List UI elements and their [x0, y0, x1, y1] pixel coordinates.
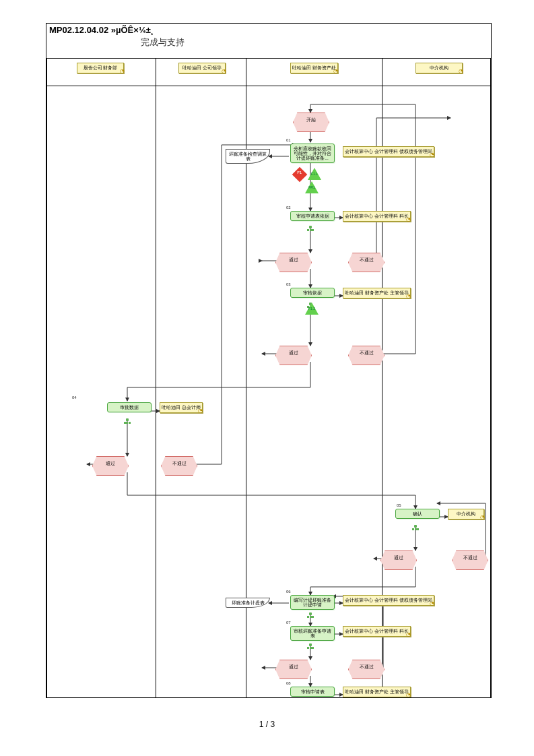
- step-number: 06: [286, 590, 291, 594]
- step-number: 07: [286, 621, 291, 625]
- step-07: 审核坏账准备申请表: [290, 626, 335, 641]
- decision-fail: 不通过: [161, 456, 197, 476]
- lane-label-3: 吐哈油田 财务资产处◔: [290, 63, 338, 73]
- step-number: 02: [286, 206, 291, 210]
- doc-code: MP02.12.04.02 »µÕÊ×¼±¸: [46, 24, 491, 36]
- decision-pass: 通过: [380, 550, 417, 570]
- step-number: 04: [72, 396, 77, 400]
- step-07-org: 会计核算中心 会计管理科 科长◔: [343, 626, 411, 637]
- step-01-document: 坏账准备检查调算表: [226, 149, 270, 164]
- decision-pass: 通过: [275, 253, 312, 272]
- step-04-org: 吐哈油田 总会计师◔: [160, 402, 203, 413]
- step-02-org: 会计核算中心 会计管理科 科长◔: [343, 211, 411, 222]
- step-05: 确认: [395, 509, 440, 519]
- step-04: 审批数据: [107, 402, 152, 412]
- step-05-org: 中介机构◔: [448, 509, 484, 519]
- step-number: 01: [286, 138, 291, 142]
- doc-subtitle: 完成与支持: [46, 36, 491, 49]
- decision-fail: 不通过: [452, 550, 488, 570]
- decision-fail: 不通过: [348, 346, 385, 365]
- decision-fail: 不通过: [348, 253, 385, 272]
- step-01: 分析应收账款收回可能性，并对符合计提坏账准备...: [290, 144, 335, 163]
- org-icon: [412, 525, 419, 530]
- step-06: 编写计提坏账准备计提申请: [290, 595, 335, 610]
- decision-pass: 通过: [92, 456, 129, 476]
- lane-label-1: 股份公司 财务部◔: [77, 63, 124, 73]
- org-icon: [307, 612, 314, 618]
- org-icon: [307, 643, 314, 649]
- step-02: 审核申请表依据: [290, 211, 335, 221]
- decision-pass: 通过: [275, 660, 312, 679]
- step-03: 审核依据: [290, 288, 335, 298]
- org-icon: [307, 226, 314, 231]
- step-number: 05: [397, 503, 401, 507]
- decision-fail: 不通过: [348, 660, 385, 679]
- start-node: 开始: [293, 113, 329, 132]
- lane-label-4: 中介机构◔: [415, 63, 463, 73]
- control-icon: FR1: [305, 181, 319, 193]
- step-08-org: 吐哈油田 财务资产处 主管领导◔: [343, 687, 411, 697]
- step-06-document: 坏账准备计提表: [226, 598, 270, 608]
- step-03-org: 吐哈油田 财务资产处 主管领导◔: [343, 288, 411, 298]
- page-number: 1 / 3: [0, 720, 534, 729]
- control-icon: F1.1: [308, 168, 321, 180]
- org-icon: [124, 418, 131, 424]
- step-number: 03: [286, 282, 291, 286]
- document-frame: MP02.12.04.02 »µÕÊ×¼±¸ 完成与支持 股份公司 财务部◔ 吐…: [46, 23, 492, 698]
- step-01-org: 会计核算中心 会计管理科 债权债务管理岗◔: [343, 146, 434, 157]
- step-06-org: 会计核算中心 会计管理科 债权债务管理岗◔: [343, 595, 434, 606]
- control-icon: F1.2: [305, 303, 319, 315]
- decision-pass: 通过: [275, 346, 312, 365]
- step-08: 审核申请表: [290, 687, 335, 697]
- lane-divider: [156, 58, 156, 697]
- step-number: 08: [286, 681, 291, 685]
- risk-icon: F1: [292, 167, 308, 183]
- lane-label-2: 吐哈油田 公司领导◔: [178, 63, 226, 73]
